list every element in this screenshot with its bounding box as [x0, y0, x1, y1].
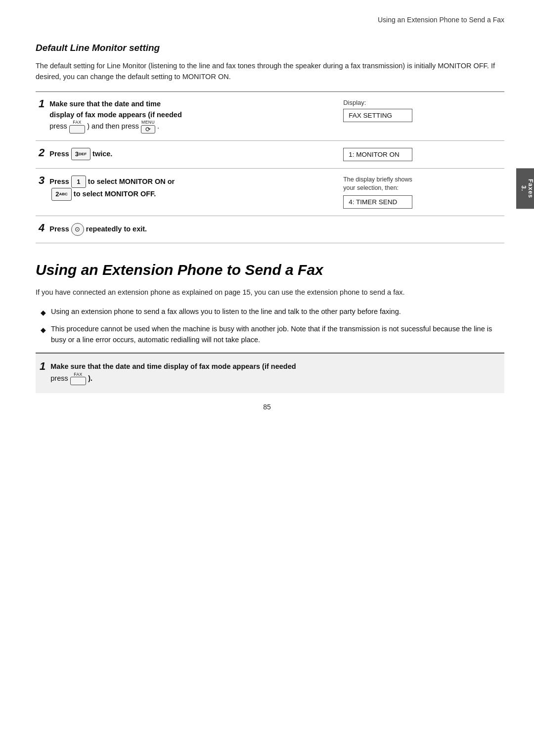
step-2-display: 1: MONITOR ON	[340, 140, 504, 168]
display-box-1: FAX SETTING	[343, 109, 412, 122]
bullet-diamond-1: ◆	[41, 308, 46, 318]
section2-step-1-row: 1 Make sure that the date and time displ…	[36, 353, 504, 393]
step-1-row: 1 Make sure that the date and timedispla…	[36, 91, 504, 140]
section1-title: Default Line Monitor setting	[36, 43, 504, 53]
step-3-content: 3 Press 1 to select MONITOR ON or 2ABC t…	[36, 168, 340, 216]
bullet-list: ◆ Using an extension phone to send a fax…	[41, 307, 504, 346]
bullet-item-1: ◆ Using an extension phone to send a fax…	[41, 307, 504, 318]
key-1: 1	[71, 176, 86, 188]
display-label-1: Display:	[343, 99, 499, 106]
display-note-3: The display briefly showsyour selection,…	[343, 176, 499, 193]
fax-key-section2: FAX	[70, 372, 86, 386]
key-3-def: 3DEF	[71, 148, 90, 161]
step-4-content: 4 Press ⊙ repeatedly to exit.	[36, 216, 340, 243]
step-2-row: 2 Press 3DEF twice. 1: MONITOR ON	[36, 140, 504, 168]
step-1-content: 1 Make sure that the date and timedispla…	[36, 91, 340, 140]
bullet-item-2: ◆ This procedure cannot be used when the…	[41, 324, 504, 346]
side-tab: 3. Faxes Sending	[516, 168, 534, 209]
step-1-number: 1	[39, 97, 44, 110]
step-4-text: Press ⊙ repeatedly to exit.	[49, 223, 335, 236]
fax-key-step1: FAX	[69, 120, 85, 133]
bullet-diamond-2: ◆	[41, 325, 46, 335]
step-3-number: 3	[39, 174, 44, 187]
section2-intro: If you have connected an extension phone…	[36, 287, 504, 298]
bullet-text-2: This procedure cannot be used when the m…	[51, 324, 504, 346]
instruction-table-1: 1 Make sure that the date and timedispla…	[36, 91, 504, 243]
side-tab-text: 3. Faxes Sending	[520, 175, 534, 202]
instruction-table-2: 1 Make sure that the date and time displ…	[36, 353, 504, 393]
bullet-text-1: Using an extension phone to send a fax a…	[51, 307, 401, 317]
step-4-number: 4	[39, 222, 44, 234]
page-number: 85	[0, 393, 534, 416]
page-header: Using an Extension Phone to Send a Fax	[0, 0, 534, 29]
step-4-display	[340, 216, 504, 243]
step-1-display: Display: FAX SETTING	[340, 91, 504, 140]
section2-step-1-text: Make sure that the date and time display…	[50, 361, 499, 385]
header-title: Using an Extension Phone to Send a Fax	[378, 16, 504, 24]
section2-step-1-number: 1	[40, 360, 45, 373]
step-3-display: The display briefly showsyour selection,…	[340, 168, 504, 216]
step-1-text: Make sure that the date and timedisplay …	[49, 99, 335, 133]
section1-intro: The default setting for Line Monitor (li…	[36, 60, 504, 83]
section2-step-1-content: 1 Make sure that the date and time displ…	[36, 353, 504, 393]
section2-title: Using an Extension Phone to Send a Fax	[36, 261, 504, 279]
step-4-row: 4 Press ⊙ repeatedly to exit.	[36, 216, 504, 243]
main-content: Default Line Monitor setting The default…	[0, 43, 534, 393]
key-2-abc: 2ABC	[51, 188, 72, 201]
stop-key: ⊙	[71, 223, 84, 236]
menu-key-step1: MENU ⟳	[141, 120, 155, 133]
step-2-number: 2	[39, 146, 44, 159]
step-2-text: Press 3DEF twice.	[49, 148, 335, 161]
step-3-text: Press 1 to select MONITOR ON or 2ABC to …	[49, 176, 335, 201]
step-3-row: 3 Press 1 to select MONITOR ON or 2ABC t…	[36, 168, 504, 216]
display-box-3: 4: TIMER SEND	[343, 195, 412, 209]
step-2-content: 2 Press 3DEF twice.	[36, 140, 340, 168]
display-box-2: 1: MONITOR ON	[343, 148, 412, 161]
